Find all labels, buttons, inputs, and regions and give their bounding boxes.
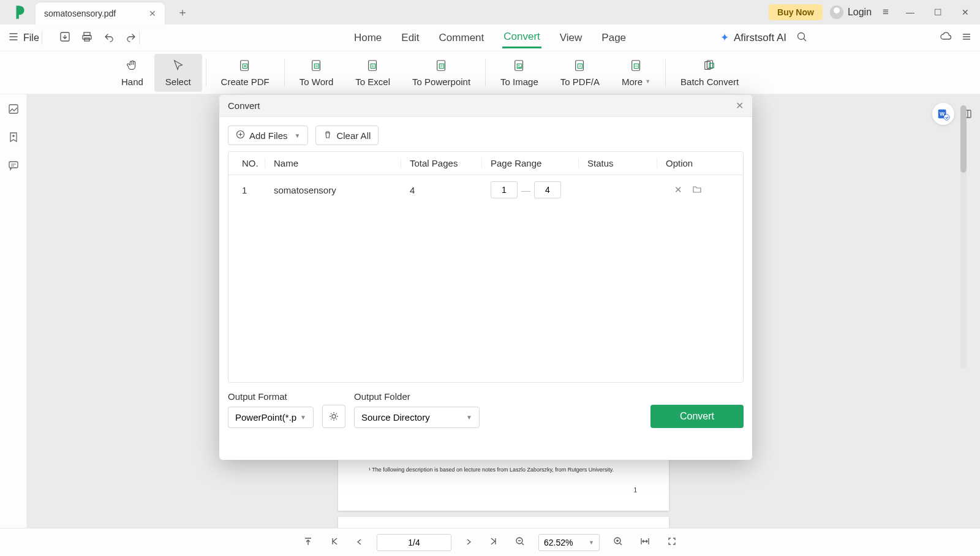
ribbon-hand-label: Hand: [121, 77, 143, 87]
login-button[interactable]: Login: [830, 6, 872, 19]
convert-modal: Convert ✕ Add Files ▼ Clear All NO. Name: [219, 95, 752, 460]
add-files-button[interactable]: Add Files ▼: [228, 126, 308, 145]
first-page-icon[interactable]: [326, 535, 342, 550]
app-logo: [12, 4, 28, 20]
remove-row-icon[interactable]: ✕: [674, 184, 682, 196]
ai-button[interactable]: ✦ Afirstsoft AI: [720, 31, 786, 44]
lines-icon[interactable]: [962, 32, 971, 44]
svg-point-24: [635, 66, 635, 66]
panel-toggle-icon[interactable]: [956, 103, 978, 125]
document-tab[interactable]: somatosensory.pdf ✕: [36, 2, 165, 24]
main-menu-icon[interactable]: ≡: [879, 6, 892, 18]
next-page-icon[interactable]: [461, 535, 476, 550]
tab-convert[interactable]: Convert: [502, 27, 541, 48]
fit-width-icon[interactable]: [636, 534, 654, 551]
zoom-select[interactable]: 62.52% ▼: [538, 534, 600, 551]
col-header-option: Option: [657, 158, 743, 168]
ribbon-to-powerpoint[interactable]: P To Powerpoint: [401, 54, 481, 92]
svg-rect-1: [84, 32, 90, 36]
cell-option: ✕: [657, 184, 743, 196]
scrollbar-thumb[interactable]: [960, 105, 967, 173]
tab-comment[interactable]: Comment: [438, 28, 486, 48]
settings-button[interactable]: [322, 405, 345, 428]
print-icon[interactable]: [81, 31, 92, 45]
output-format-select[interactable]: PowerPoint(*.p ▼: [228, 407, 314, 428]
output-folder-select[interactable]: Source Directory ▼: [354, 407, 480, 428]
close-window-icon[interactable]: ✕: [956, 7, 975, 17]
ribbon-to-excel[interactable]: E To Excel: [344, 54, 401, 92]
ribbon-create-pdf[interactable]: Create PDF: [210, 54, 281, 92]
plus-circle-icon: [236, 130, 245, 141]
toolbar: File Home Edit Comment Convert View Page…: [0, 24, 980, 51]
new-tab-button[interactable]: ＋: [172, 2, 193, 22]
ribbon-divider: [665, 59, 666, 86]
sidebar-left: [0, 94, 27, 528]
tab-edit[interactable]: Edit: [400, 28, 420, 48]
maximize-icon[interactable]: ☐: [928, 7, 948, 17]
ribbon-batch-convert[interactable]: Batch Convert: [669, 54, 750, 92]
tab-home[interactable]: Home: [353, 28, 383, 48]
sparkle-icon: ✦: [720, 31, 729, 44]
cursor-icon: [172, 59, 185, 74]
bookmark-icon[interactable]: [7, 131, 20, 146]
close-tab-icon[interactable]: ✕: [149, 9, 156, 18]
search-icon[interactable]: [796, 31, 807, 45]
page-indicator-input[interactable]: [377, 534, 451, 551]
range-from-input[interactable]: [491, 181, 518, 198]
save-icon[interactable]: [59, 31, 70, 45]
ribbon-more[interactable]: More▼: [611, 54, 662, 92]
svg-text:P: P: [440, 64, 443, 68]
files-table: NO. Name Total Pages Page Range Status O…: [228, 151, 744, 383]
ribbon-to-image[interactable]: To Image: [489, 54, 549, 92]
modal-close-icon[interactable]: ✕: [736, 100, 744, 111]
zoom-in-icon[interactable]: [609, 534, 627, 551]
modal-title: Convert: [228, 100, 260, 111]
svg-text:A: A: [579, 64, 581, 68]
convert-button[interactable]: Convert: [650, 405, 744, 428]
undo-icon[interactable]: [104, 31, 115, 45]
ribbon-to-pdfa[interactable]: A To PDF/A: [549, 54, 611, 92]
output-format-group: Output Format PowerPoint(*.p ▼: [228, 391, 314, 428]
redo-icon[interactable]: [126, 31, 137, 45]
caret-down-icon: ▼: [295, 132, 301, 139]
open-folder-icon[interactable]: [692, 184, 702, 196]
range-to-input[interactable]: [534, 181, 561, 198]
page-number: 1: [633, 487, 637, 494]
tab-page[interactable]: Page: [600, 28, 627, 48]
quick-tools: [59, 31, 137, 45]
vertical-scrollbar[interactable]: [960, 105, 967, 369]
table-header: NO. Name Total Pages Page Range Status O…: [228, 152, 743, 175]
file-menu[interactable]: File: [9, 32, 39, 44]
ai-label-text: Afirstsoft AI: [734, 32, 786, 44]
cloud-icon[interactable]: [940, 31, 952, 45]
svg-point-4: [798, 32, 805, 39]
main-tabs: Home Edit Comment Convert View Page: [353, 27, 627, 48]
tab-view[interactable]: View: [559, 28, 584, 48]
ribbon-hand[interactable]: Hand: [110, 54, 154, 92]
col-header-total: Total Pages: [401, 158, 482, 168]
minimize-icon[interactable]: —: [900, 7, 921, 17]
scroll-top-icon[interactable]: [300, 534, 317, 551]
svg-rect-29: [709, 63, 714, 67]
clear-all-button[interactable]: Clear All: [315, 126, 379, 145]
word-export-icon[interactable]: W: [932, 103, 954, 125]
toolbar-divider: [42, 31, 42, 45]
thumbnails-icon[interactable]: [7, 103, 20, 118]
buy-now-button[interactable]: Buy Now: [769, 4, 823, 20]
ribbon-batch-convert-label: Batch Convert: [680, 77, 739, 87]
fullscreen-icon[interactable]: [663, 534, 680, 551]
zoom-out-icon[interactable]: [511, 534, 529, 551]
prev-page-icon[interactable]: [352, 535, 367, 550]
cell-no: 1: [228, 185, 265, 195]
title-bar-right: Buy Now Login ≡ — ☐ ✕: [769, 4, 975, 20]
ribbon-to-pdfa-label: To PDF/A: [560, 77, 600, 87]
ribbon-select[interactable]: Select: [154, 54, 202, 92]
col-header-status: Status: [579, 158, 657, 168]
ribbon-to-word[interactable]: W To Word: [288, 54, 345, 92]
hand-icon: [126, 59, 139, 74]
toolbar-divider: [139, 31, 140, 45]
comment-icon[interactable]: [7, 159, 20, 174]
col-header-no: NO.: [228, 158, 265, 168]
ribbon-divider: [485, 59, 486, 86]
last-page-icon[interactable]: [486, 535, 502, 550]
